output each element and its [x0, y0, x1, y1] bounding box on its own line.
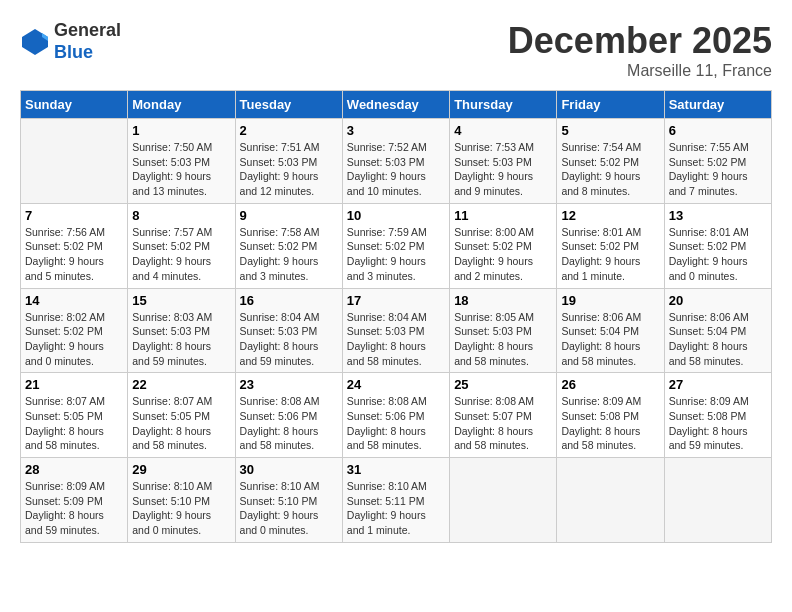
day-number: 4	[454, 123, 552, 138]
week-row-3: 14Sunrise: 8:02 AM Sunset: 5:02 PM Dayli…	[21, 288, 772, 373]
day-cell: 17Sunrise: 8:04 AM Sunset: 5:03 PM Dayli…	[342, 288, 449, 373]
day-cell: 15Sunrise: 8:03 AM Sunset: 5:03 PM Dayli…	[128, 288, 235, 373]
day-info: Sunrise: 8:08 AM Sunset: 5:06 PM Dayligh…	[347, 394, 445, 453]
day-number: 30	[240, 462, 338, 477]
day-info: Sunrise: 7:55 AM Sunset: 5:02 PM Dayligh…	[669, 140, 767, 199]
day-number: 21	[25, 377, 123, 392]
logo-blue: Blue	[54, 42, 121, 64]
day-number: 10	[347, 208, 445, 223]
day-cell: 8Sunrise: 7:57 AM Sunset: 5:02 PM Daylig…	[128, 203, 235, 288]
day-cell: 18Sunrise: 8:05 AM Sunset: 5:03 PM Dayli…	[450, 288, 557, 373]
day-info: Sunrise: 8:08 AM Sunset: 5:07 PM Dayligh…	[454, 394, 552, 453]
day-number: 6	[669, 123, 767, 138]
page-header: General Blue December 2025 Marseille 11,…	[20, 20, 772, 80]
day-number: 23	[240, 377, 338, 392]
logo-general: General	[54, 20, 121, 42]
day-info: Sunrise: 7:56 AM Sunset: 5:02 PM Dayligh…	[25, 225, 123, 284]
day-cell	[557, 458, 664, 543]
day-info: Sunrise: 8:01 AM Sunset: 5:02 PM Dayligh…	[561, 225, 659, 284]
day-number: 16	[240, 293, 338, 308]
calendar-table: SundayMondayTuesdayWednesdayThursdayFrid…	[20, 90, 772, 543]
weekday-header-thursday: Thursday	[450, 91, 557, 119]
day-cell: 31Sunrise: 8:10 AM Sunset: 5:11 PM Dayli…	[342, 458, 449, 543]
day-cell: 6Sunrise: 7:55 AM Sunset: 5:02 PM Daylig…	[664, 119, 771, 204]
day-number: 1	[132, 123, 230, 138]
day-cell: 13Sunrise: 8:01 AM Sunset: 5:02 PM Dayli…	[664, 203, 771, 288]
day-info: Sunrise: 8:10 AM Sunset: 5:10 PM Dayligh…	[240, 479, 338, 538]
day-cell: 4Sunrise: 7:53 AM Sunset: 5:03 PM Daylig…	[450, 119, 557, 204]
day-info: Sunrise: 7:57 AM Sunset: 5:02 PM Dayligh…	[132, 225, 230, 284]
day-info: Sunrise: 8:06 AM Sunset: 5:04 PM Dayligh…	[561, 310, 659, 369]
day-cell: 5Sunrise: 7:54 AM Sunset: 5:02 PM Daylig…	[557, 119, 664, 204]
day-cell	[664, 458, 771, 543]
day-info: Sunrise: 8:09 AM Sunset: 5:09 PM Dayligh…	[25, 479, 123, 538]
day-info: Sunrise: 7:59 AM Sunset: 5:02 PM Dayligh…	[347, 225, 445, 284]
day-info: Sunrise: 8:04 AM Sunset: 5:03 PM Dayligh…	[240, 310, 338, 369]
logo: General Blue	[20, 20, 121, 63]
weekday-header-friday: Friday	[557, 91, 664, 119]
day-number: 17	[347, 293, 445, 308]
day-info: Sunrise: 7:50 AM Sunset: 5:03 PM Dayligh…	[132, 140, 230, 199]
week-row-2: 7Sunrise: 7:56 AM Sunset: 5:02 PM Daylig…	[21, 203, 772, 288]
day-cell: 29Sunrise: 8:10 AM Sunset: 5:10 PM Dayli…	[128, 458, 235, 543]
day-number: 2	[240, 123, 338, 138]
day-cell	[21, 119, 128, 204]
week-row-1: 1Sunrise: 7:50 AM Sunset: 5:03 PM Daylig…	[21, 119, 772, 204]
day-cell: 16Sunrise: 8:04 AM Sunset: 5:03 PM Dayli…	[235, 288, 342, 373]
day-info: Sunrise: 8:10 AM Sunset: 5:10 PM Dayligh…	[132, 479, 230, 538]
day-number: 20	[669, 293, 767, 308]
day-cell: 25Sunrise: 8:08 AM Sunset: 5:07 PM Dayli…	[450, 373, 557, 458]
weekday-header-wednesday: Wednesday	[342, 91, 449, 119]
day-cell: 20Sunrise: 8:06 AM Sunset: 5:04 PM Dayli…	[664, 288, 771, 373]
month-title: December 2025	[508, 20, 772, 62]
day-number: 3	[347, 123, 445, 138]
day-cell: 23Sunrise: 8:08 AM Sunset: 5:06 PM Dayli…	[235, 373, 342, 458]
day-number: 28	[25, 462, 123, 477]
day-number: 13	[669, 208, 767, 223]
day-number: 26	[561, 377, 659, 392]
day-number: 19	[561, 293, 659, 308]
day-cell: 10Sunrise: 7:59 AM Sunset: 5:02 PM Dayli…	[342, 203, 449, 288]
day-info: Sunrise: 8:04 AM Sunset: 5:03 PM Dayligh…	[347, 310, 445, 369]
day-cell: 28Sunrise: 8:09 AM Sunset: 5:09 PM Dayli…	[21, 458, 128, 543]
day-cell: 26Sunrise: 8:09 AM Sunset: 5:08 PM Dayli…	[557, 373, 664, 458]
day-number: 31	[347, 462, 445, 477]
day-info: Sunrise: 8:00 AM Sunset: 5:02 PM Dayligh…	[454, 225, 552, 284]
day-info: Sunrise: 8:01 AM Sunset: 5:02 PM Dayligh…	[669, 225, 767, 284]
day-info: Sunrise: 7:58 AM Sunset: 5:02 PM Dayligh…	[240, 225, 338, 284]
day-number: 24	[347, 377, 445, 392]
day-number: 15	[132, 293, 230, 308]
day-number: 7	[25, 208, 123, 223]
day-cell: 30Sunrise: 8:10 AM Sunset: 5:10 PM Dayli…	[235, 458, 342, 543]
day-info: Sunrise: 8:05 AM Sunset: 5:03 PM Dayligh…	[454, 310, 552, 369]
weekday-header-row: SundayMondayTuesdayWednesdayThursdayFrid…	[21, 91, 772, 119]
day-number: 22	[132, 377, 230, 392]
location: Marseille 11, France	[508, 62, 772, 80]
day-cell: 11Sunrise: 8:00 AM Sunset: 5:02 PM Dayli…	[450, 203, 557, 288]
day-number: 8	[132, 208, 230, 223]
day-cell: 12Sunrise: 8:01 AM Sunset: 5:02 PM Dayli…	[557, 203, 664, 288]
day-info: Sunrise: 7:54 AM Sunset: 5:02 PM Dayligh…	[561, 140, 659, 199]
day-info: Sunrise: 8:02 AM Sunset: 5:02 PM Dayligh…	[25, 310, 123, 369]
weekday-header-tuesday: Tuesday	[235, 91, 342, 119]
day-number: 5	[561, 123, 659, 138]
day-info: Sunrise: 8:07 AM Sunset: 5:05 PM Dayligh…	[132, 394, 230, 453]
logo-icon	[20, 27, 50, 57]
day-cell: 9Sunrise: 7:58 AM Sunset: 5:02 PM Daylig…	[235, 203, 342, 288]
day-cell: 22Sunrise: 8:07 AM Sunset: 5:05 PM Dayli…	[128, 373, 235, 458]
day-cell: 27Sunrise: 8:09 AM Sunset: 5:08 PM Dayli…	[664, 373, 771, 458]
svg-marker-0	[22, 29, 48, 55]
weekday-header-saturday: Saturday	[664, 91, 771, 119]
weekday-header-monday: Monday	[128, 91, 235, 119]
day-cell: 2Sunrise: 7:51 AM Sunset: 5:03 PM Daylig…	[235, 119, 342, 204]
week-row-5: 28Sunrise: 8:09 AM Sunset: 5:09 PM Dayli…	[21, 458, 772, 543]
day-cell: 24Sunrise: 8:08 AM Sunset: 5:06 PM Dayli…	[342, 373, 449, 458]
day-number: 14	[25, 293, 123, 308]
day-info: Sunrise: 8:08 AM Sunset: 5:06 PM Dayligh…	[240, 394, 338, 453]
day-info: Sunrise: 7:52 AM Sunset: 5:03 PM Dayligh…	[347, 140, 445, 199]
day-number: 27	[669, 377, 767, 392]
day-info: Sunrise: 7:53 AM Sunset: 5:03 PM Dayligh…	[454, 140, 552, 199]
day-number: 29	[132, 462, 230, 477]
title-block: December 2025 Marseille 11, France	[508, 20, 772, 80]
week-row-4: 21Sunrise: 8:07 AM Sunset: 5:05 PM Dayli…	[21, 373, 772, 458]
